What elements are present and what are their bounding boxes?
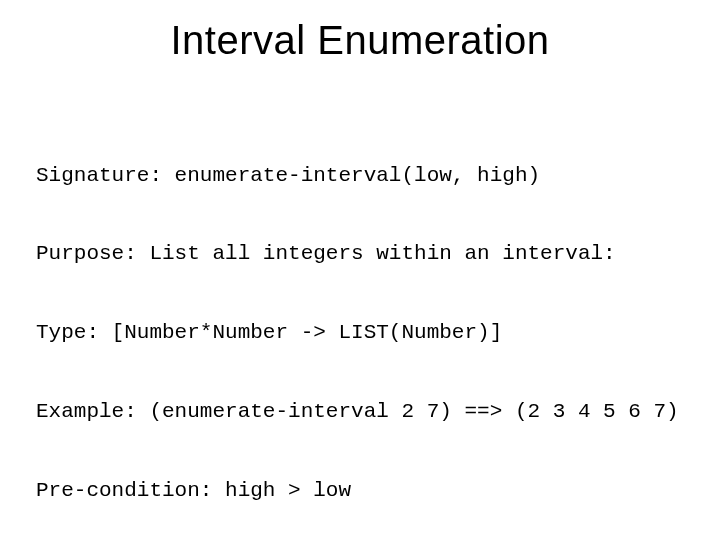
purpose-line: Purpose: List all integers within an int…: [36, 241, 684, 267]
type-line: Type: [Number*Number -> LIST(Number)]: [36, 320, 684, 346]
precondition-line: Pre-condition: high > low: [36, 478, 684, 504]
slide: Interval Enumeration Signature: enumerat…: [0, 0, 720, 540]
example-line: Example: (enumerate-interval 2 7) ==> (2…: [36, 399, 684, 425]
slide-body: Signature: enumerate-interval(low, high)…: [36, 110, 684, 540]
signature-line: Signature: enumerate-interval(low, high): [36, 163, 684, 189]
slide-title: Interval Enumeration: [0, 18, 720, 63]
